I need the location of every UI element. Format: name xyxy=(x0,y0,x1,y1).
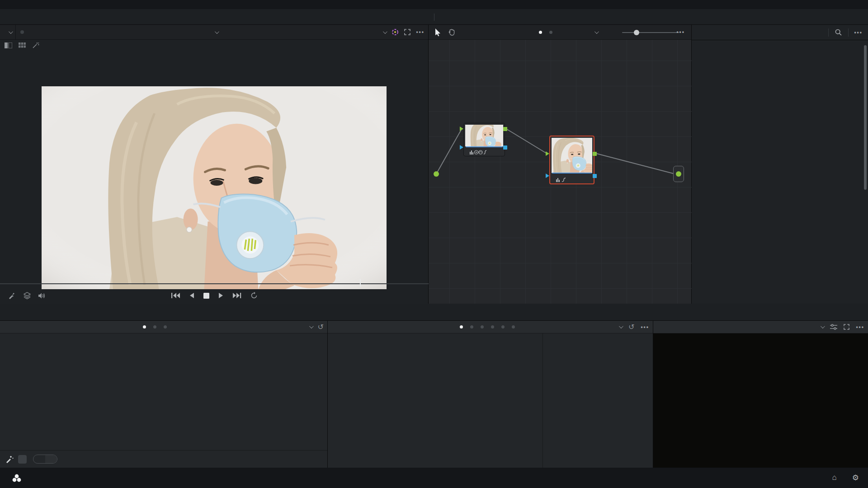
palette-strip xyxy=(0,304,868,321)
transport-controls xyxy=(0,287,429,304)
settings-gear-icon[interactable]: ⚙ xyxy=(852,473,859,483)
key-input-port[interactable] xyxy=(546,174,549,178)
highlight-wand-icon[interactable] xyxy=(32,42,39,49)
chevron-down-icon xyxy=(619,324,623,328)
grid-view-icon[interactable] xyxy=(19,42,26,48)
viewer-scrub-bar[interactable] xyxy=(0,280,429,287)
scrollbar[interactable] xyxy=(864,45,867,190)
auto-badge[interactable] xyxy=(18,455,27,464)
output-node[interactable] xyxy=(673,166,684,182)
rgb-output-port[interactable] xyxy=(593,152,597,156)
stop-button[interactable] xyxy=(203,293,209,299)
curve-channel-controls xyxy=(542,333,653,468)
wheels-mode-select[interactable] xyxy=(305,325,312,328)
play-button[interactable] xyxy=(218,292,224,299)
title-divider xyxy=(434,14,434,21)
chevron-down-icon xyxy=(594,29,599,34)
node-view-dots[interactable] xyxy=(539,31,552,34)
rgb-input-port[interactable] xyxy=(460,127,463,131)
reset-curves-icon[interactable]: ↺ xyxy=(628,324,634,331)
wheels-page-dots[interactable] xyxy=(143,325,167,328)
home-icon[interactable]: ⌂ xyxy=(832,473,836,483)
step-back-button[interactable] xyxy=(189,292,194,299)
viewer-header: ••• xyxy=(0,25,428,40)
go-to-start-button[interactable] xyxy=(171,292,180,299)
node-graph-canvas[interactable] xyxy=(429,40,692,304)
viewer-canvas[interactable] xyxy=(0,51,429,304)
viewer-pane: ••• xyxy=(0,25,429,304)
pan-hand-icon[interactable] xyxy=(448,28,455,36)
menu-bar xyxy=(0,0,868,9)
curve-editor[interactable] xyxy=(332,338,538,456)
auto-balance-wand-icon[interactable] xyxy=(5,455,14,463)
chevron-down-icon xyxy=(309,324,314,328)
expand-viewer-icon[interactable] xyxy=(404,29,410,35)
node-tool-badges xyxy=(470,150,487,155)
node-editor: ••• xyxy=(429,25,692,304)
chevron-down-icon xyxy=(821,324,825,328)
corrector-node-02-selected[interactable] xyxy=(549,136,594,184)
video-frame xyxy=(42,86,387,289)
viewer-timecode[interactable] xyxy=(379,31,386,34)
top-toolbar xyxy=(0,9,868,25)
page-toggle[interactable] xyxy=(33,455,57,464)
parade-waveform xyxy=(653,333,868,468)
scope-options-icon[interactable]: ••• xyxy=(856,324,864,330)
curves-panel: ↺ ••• xyxy=(328,321,653,468)
node-zoom-slider[interactable] xyxy=(622,32,679,33)
key-output-port[interactable] xyxy=(503,145,507,150)
color-viewer-icon[interactable] xyxy=(392,28,399,36)
chevron-down-icon xyxy=(383,29,387,34)
expand-scope-icon[interactable] xyxy=(844,324,849,330)
scopes-panel: ••• xyxy=(653,321,868,468)
key-input-port[interactable] xyxy=(460,145,463,150)
loop-button[interactable] xyxy=(250,292,258,299)
curves-page-dots[interactable] xyxy=(460,325,515,328)
curves-mode-select[interactable] xyxy=(615,325,622,328)
pointer-tool-icon[interactable] xyxy=(435,28,441,36)
rgb-output-port[interactable] xyxy=(503,127,507,131)
node-options-icon[interactable]: ••• xyxy=(676,29,685,35)
resolve-logo-icon xyxy=(12,474,22,483)
openfx-options-icon[interactable]: ••• xyxy=(849,29,868,36)
node-tool-badges xyxy=(556,178,567,182)
search-icon[interactable] xyxy=(829,29,848,36)
page-bar: ⌂ ⚙ xyxy=(0,468,868,488)
scope-settings-icon[interactable] xyxy=(830,324,837,330)
playhead[interactable] xyxy=(360,279,361,286)
node-mode-select[interactable] xyxy=(590,31,598,34)
curves-options-icon[interactable]: ••• xyxy=(641,324,649,330)
key-output-port[interactable] xyxy=(593,174,597,178)
openfx-tabs: ••• xyxy=(692,25,868,40)
scope-mode-select[interactable] xyxy=(816,325,824,328)
viewer-subtoolbar xyxy=(0,40,428,51)
viewer-options-icon[interactable]: ••• xyxy=(416,29,425,35)
chevron-down-icon xyxy=(214,29,219,34)
source-input-node[interactable] xyxy=(434,171,439,177)
reset-all-icon[interactable]: ↺ xyxy=(318,324,324,331)
openfx-panel: ••• xyxy=(692,25,868,304)
wheels-adjustments-bar xyxy=(0,450,327,468)
go-to-end-button[interactable] xyxy=(233,292,241,299)
node-editor-header: ••• xyxy=(429,25,691,40)
color-wheels-panel: ↺ xyxy=(0,321,328,468)
viewer-language-select[interactable] xyxy=(0,31,428,34)
corrector-node-01[interactable] xyxy=(463,123,505,156)
split-screen-icon[interactable] xyxy=(5,42,12,48)
app-brand xyxy=(12,474,26,483)
rgb-input-port[interactable] xyxy=(546,151,549,156)
